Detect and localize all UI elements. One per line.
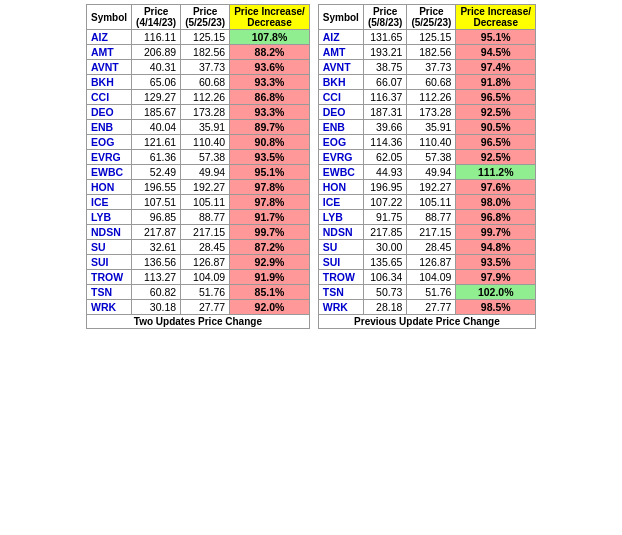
table-row: TSN60.8251.7685.1%: [86, 285, 309, 300]
price1-cell: 185.67: [132, 105, 181, 120]
col-header-2: Price(5/25/23): [407, 5, 456, 30]
table-row: TROW106.34104.0997.9%: [318, 270, 535, 285]
table-caption: Previous Update Price Change: [318, 315, 535, 329]
table-row: AMT206.89182.5688.2%: [86, 45, 309, 60]
price1-cell: 129.27: [132, 90, 181, 105]
table-row: EVRG62.0557.3892.5%: [318, 150, 535, 165]
price1-cell: 116.37: [363, 90, 406, 105]
pct-cell: 93.3%: [230, 105, 310, 120]
price2-cell: 35.91: [181, 120, 230, 135]
price2-cell: 125.15: [407, 30, 456, 45]
price2-cell: 173.28: [181, 105, 230, 120]
price1-cell: 193.21: [363, 45, 406, 60]
table-row: HON196.95192.2797.6%: [318, 180, 535, 195]
price1-cell: 121.61: [132, 135, 181, 150]
price1-cell: 196.95: [363, 180, 406, 195]
pct-cell: 98.0%: [456, 195, 536, 210]
col-header-0: Symbol: [86, 5, 131, 30]
table-row: ICE107.51105.1197.8%: [86, 195, 309, 210]
symbol-cell: CCI: [86, 90, 131, 105]
price1-cell: 44.93: [363, 165, 406, 180]
symbol-cell: AVNT: [86, 60, 131, 75]
pct-cell: 95.1%: [456, 30, 536, 45]
symbol-cell: SU: [318, 240, 363, 255]
table-row: LYB91.7588.7796.8%: [318, 210, 535, 225]
table-row: BKH65.0660.6893.3%: [86, 75, 309, 90]
table-wrapper-1: SymbolPrice(4/14/23)Price(5/25/23)Price …: [86, 4, 310, 329]
price1-cell: 131.65: [363, 30, 406, 45]
price2-cell: 51.76: [181, 285, 230, 300]
price2-cell: 37.73: [407, 60, 456, 75]
price2-cell: 192.27: [407, 180, 456, 195]
table-row: SU30.0028.4594.8%: [318, 240, 535, 255]
table-row: EWBC52.4949.9495.1%: [86, 165, 309, 180]
symbol-cell: LYB: [318, 210, 363, 225]
pct-cell: 97.8%: [230, 180, 310, 195]
table-row: NDSN217.87217.1599.7%: [86, 225, 309, 240]
pct-cell: 97.4%: [456, 60, 536, 75]
table-row: AIZ131.65125.1595.1%: [318, 30, 535, 45]
col-header-3: Price Increase/Decrease: [456, 5, 536, 30]
symbol-cell: NDSN: [318, 225, 363, 240]
price2-cell: 105.11: [181, 195, 230, 210]
price1-cell: 40.31: [132, 60, 181, 75]
pct-cell: 97.9%: [456, 270, 536, 285]
price1-cell: 96.85: [132, 210, 181, 225]
price1-cell: 206.89: [132, 45, 181, 60]
price2-cell: 57.38: [407, 150, 456, 165]
symbol-cell: ENB: [86, 120, 131, 135]
symbol-cell: EWBC: [86, 165, 131, 180]
price1-cell: 187.31: [363, 105, 406, 120]
symbol-cell: EOG: [86, 135, 131, 150]
price2-cell: 173.28: [407, 105, 456, 120]
table-row: SUI136.56126.8792.9%: [86, 255, 309, 270]
table-row: AMT193.21182.5694.5%: [318, 45, 535, 60]
price1-cell: 40.04: [132, 120, 181, 135]
col-header-1: Price(5/8/23): [363, 5, 406, 30]
price1-cell: 217.87: [132, 225, 181, 240]
pct-cell: 94.5%: [456, 45, 536, 60]
table-row: AVNT38.7537.7397.4%: [318, 60, 535, 75]
price2-cell: 37.73: [181, 60, 230, 75]
price1-cell: 196.55: [132, 180, 181, 195]
pct-cell: 99.7%: [230, 225, 310, 240]
table-row: LYB96.8588.7791.7%: [86, 210, 309, 225]
pct-cell: 96.8%: [456, 210, 536, 225]
pct-cell: 95.1%: [230, 165, 310, 180]
price2-cell: 112.26: [407, 90, 456, 105]
symbol-cell: SUI: [86, 255, 131, 270]
col-header-3: Price Increase/Decrease: [230, 5, 310, 30]
price2-cell: 104.09: [407, 270, 456, 285]
symbol-cell: TROW: [86, 270, 131, 285]
table-row: AIZ116.11125.15107.8%: [86, 30, 309, 45]
symbol-cell: ICE: [318, 195, 363, 210]
price1-cell: 91.75: [363, 210, 406, 225]
price2-cell: 126.87: [181, 255, 230, 270]
table-row: TSN50.7351.76102.0%: [318, 285, 535, 300]
price2-cell: 217.15: [181, 225, 230, 240]
table-row: HON196.55192.2797.8%: [86, 180, 309, 195]
price2-cell: 57.38: [181, 150, 230, 165]
table-row: AVNT40.3137.7393.6%: [86, 60, 309, 75]
pct-cell: 85.1%: [230, 285, 310, 300]
table-row: EOG121.61110.4090.8%: [86, 135, 309, 150]
pct-cell: 90.5%: [456, 120, 536, 135]
symbol-cell: TSN: [86, 285, 131, 300]
pct-cell: 96.5%: [456, 90, 536, 105]
symbol-cell: LYB: [86, 210, 131, 225]
symbol-cell: SUI: [318, 255, 363, 270]
pct-cell: 90.8%: [230, 135, 310, 150]
symbol-cell: TSN: [318, 285, 363, 300]
price2-cell: 182.56: [407, 45, 456, 60]
price1-cell: 50.73: [363, 285, 406, 300]
pct-cell: 88.2%: [230, 45, 310, 60]
price2-cell: 105.11: [407, 195, 456, 210]
pct-cell: 93.3%: [230, 75, 310, 90]
price2-cell: 182.56: [181, 45, 230, 60]
price1-cell: 66.07: [363, 75, 406, 90]
table-row: NDSN217.85217.1599.7%: [318, 225, 535, 240]
pct-cell: 111.2%: [456, 165, 536, 180]
table-row: EWBC44.9349.94111.2%: [318, 165, 535, 180]
pct-cell: 93.5%: [456, 255, 536, 270]
pct-cell: 93.5%: [230, 150, 310, 165]
